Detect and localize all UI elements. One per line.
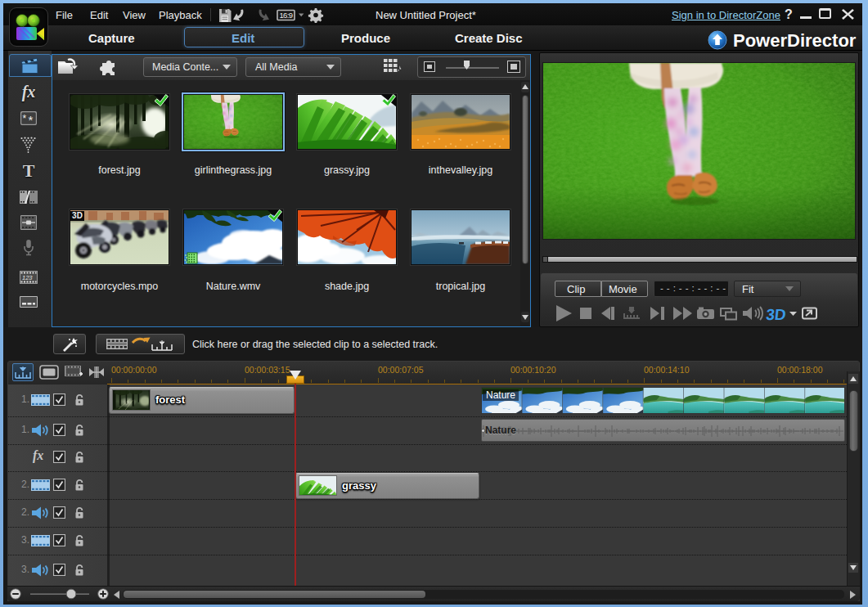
svg-text:*: * <box>23 112 27 124</box>
svg-text:16:9: 16:9 <box>280 11 294 20</box>
svg-text:123: 123 <box>22 274 33 281</box>
svg-text:*: * <box>29 112 34 126</box>
svg-text:3D: 3D <box>765 306 786 323</box>
